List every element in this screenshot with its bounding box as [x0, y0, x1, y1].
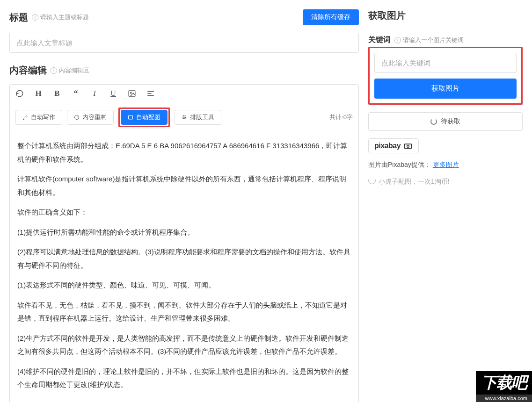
- watermark-url: www.xiazaiba.com: [476, 395, 532, 402]
- title-heading: 标题: [9, 11, 28, 24]
- camera-icon: [403, 143, 413, 149]
- keyword-label: 关键词: [368, 35, 391, 45]
- content-body[interactable]: 整个计算机系统由两部分组成：E.69DA 5 E 6 BA 9062616964…: [10, 132, 358, 402]
- sliders-icon: [182, 115, 187, 120]
- layout-tool-button[interactable]: 排版工具: [175, 110, 221, 125]
- paragraph: (2)生产方式不同的软件是开发，是人类智能的高发挥，而不是传统意义上的硬件制造。…: [17, 332, 351, 359]
- auto-image-button[interactable]: 自动配图: [121, 110, 168, 125]
- fetch-image-button[interactable]: 获取图片: [374, 79, 517, 99]
- image-icon[interactable]: [127, 88, 137, 99]
- refresh-icon: [74, 115, 80, 120]
- picture-icon: [128, 115, 133, 120]
- svg-point-10: [185, 117, 186, 118]
- bold-icon[interactable]: B: [52, 88, 62, 99]
- clear-cache-button[interactable]: 清除所有缓存: [303, 9, 359, 25]
- paragraph: 软件看不见，无色，枯燥，看不见，摸不到，闻不到。软件大部分存在于人们的头脑或纸上…: [17, 299, 351, 325]
- svg-rect-5: [129, 115, 133, 119]
- auto-image-highlight: 自动配图: [118, 108, 170, 127]
- spinner-icon: [430, 118, 437, 125]
- italic-icon[interactable]: I: [89, 88, 100, 99]
- content-header: 内容编辑 i 内容编辑区: [9, 64, 359, 77]
- svg-point-1: [131, 92, 131, 93]
- editor: H B “ I U 自动写作 内容重构 自动配图: [9, 84, 359, 402]
- keyword-box-highlight: 获取图片: [368, 47, 523, 105]
- content-heading: 内容编辑: [9, 64, 47, 77]
- pending-status[interactable]: 待获取: [368, 112, 523, 131]
- keyword-header: 关键词 i 请输入一个图片关键词: [368, 35, 523, 45]
- keyword-hint: i 请输入一个图片关键词: [394, 36, 464, 44]
- align-left-icon[interactable]: [146, 88, 156, 99]
- pencil-icon: [22, 115, 28, 120]
- cloud-icon: [368, 179, 376, 184]
- info-icon: i: [51, 67, 57, 74]
- underline-icon[interactable]: U: [108, 88, 118, 99]
- paragraph: (2)程序可以满意地处理信息的数据结构。(3)说明程序功能要求和程序需要的文档的…: [17, 245, 351, 272]
- pixabay-badge: pixabay: [368, 138, 419, 153]
- keyword-input[interactable]: [374, 53, 517, 73]
- promo-line: 小虎子配图，一次1淘币!: [368, 178, 523, 186]
- paragraph: (1)提供运行时所需功能和性能的命令或计算机程序集合。: [17, 226, 351, 239]
- quote-icon[interactable]: “: [71, 88, 81, 99]
- paragraph: (1)表达形式不同的硬件类型、颜色、味道、可见、可摸、可闻。: [17, 279, 351, 292]
- undo-icon[interactable]: [15, 88, 25, 99]
- paragraph: 软件的正确含义如下：: [17, 206, 351, 219]
- content-hint: i 内容编辑区: [51, 66, 89, 75]
- fetch-image-heading: 获取图片: [368, 9, 523, 22]
- watermark-logo: 下载吧: [476, 371, 532, 395]
- article-title-input[interactable]: [9, 33, 359, 53]
- svg-point-13: [407, 145, 409, 147]
- restructure-button[interactable]: 内容重构: [67, 110, 114, 125]
- format-toolbar: H B “ I U: [10, 85, 358, 103]
- heading-icon[interactable]: H: [33, 88, 44, 99]
- provider-info: 图片由Pixabay提供： 更多图片: [368, 161, 523, 169]
- paragraph: 计算机软件(computer software)是指计算机系统中除硬件以外的所有…: [17, 172, 351, 199]
- paragraph: 整个计算机系统由两部分组成：E.69DA 5 E 6 BA 9062616964…: [17, 139, 351, 166]
- svg-point-9: [183, 115, 184, 116]
- svg-point-11: [183, 118, 184, 119]
- word-count: 共计:0字: [329, 113, 353, 122]
- title-hint: i 请输入主题或标题: [32, 13, 89, 22]
- action-toolbar: 自动写作 内容重构 自动配图 排版工具 共计:0字: [10, 103, 358, 132]
- title-header: 标题 i 请输入主题或标题 清除所有缓存: [9, 9, 359, 25]
- more-images-link[interactable]: 更多图片: [433, 161, 459, 168]
- watermark: 下载吧 www.xiazaiba.com: [476, 371, 532, 402]
- auto-write-button[interactable]: 自动写作: [15, 110, 62, 125]
- svg-rect-12: [404, 144, 412, 148]
- info-icon: i: [394, 37, 401, 43]
- paragraph: (4)维护不同的硬件是旧的，理论上软件是旧的，并不坏，但实际上软件也是旧的和坏的…: [17, 365, 351, 392]
- info-icon: i: [32, 14, 38, 21]
